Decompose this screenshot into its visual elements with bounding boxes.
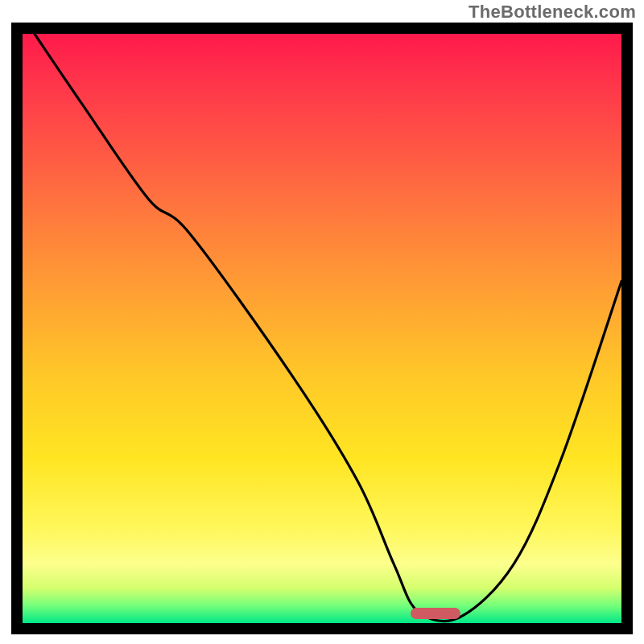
watermark-text: TheBottleneck.com: [469, 2, 636, 23]
optimal-marker: [411, 608, 460, 619]
bottleneck-curve: [23, 34, 621, 623]
chart-frame: [11, 23, 633, 634]
plot-area: [23, 34, 621, 623]
chart-stage: TheBottleneck.com: [0, 0, 644, 644]
